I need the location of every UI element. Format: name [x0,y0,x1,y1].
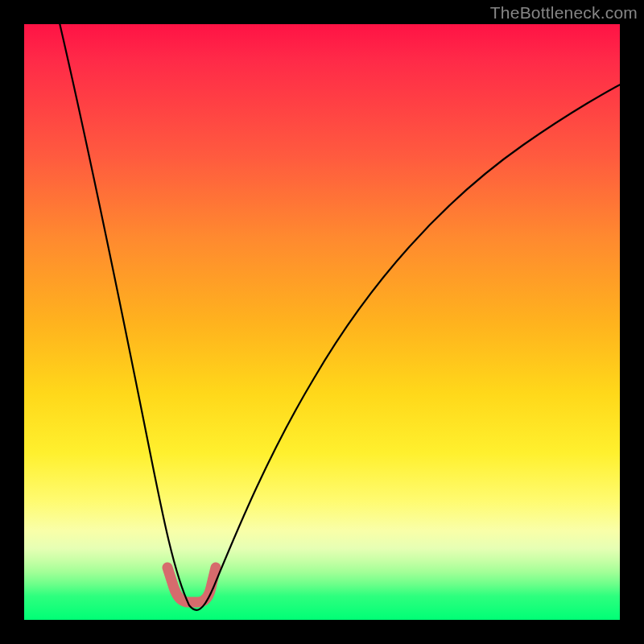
curve-layer [24,24,620,620]
bottleneck-curve [58,24,620,610]
watermark-text: TheBottleneck.com [490,3,638,23]
chart-canvas: TheBottleneck.com [0,0,644,644]
plot-area [24,24,620,620]
